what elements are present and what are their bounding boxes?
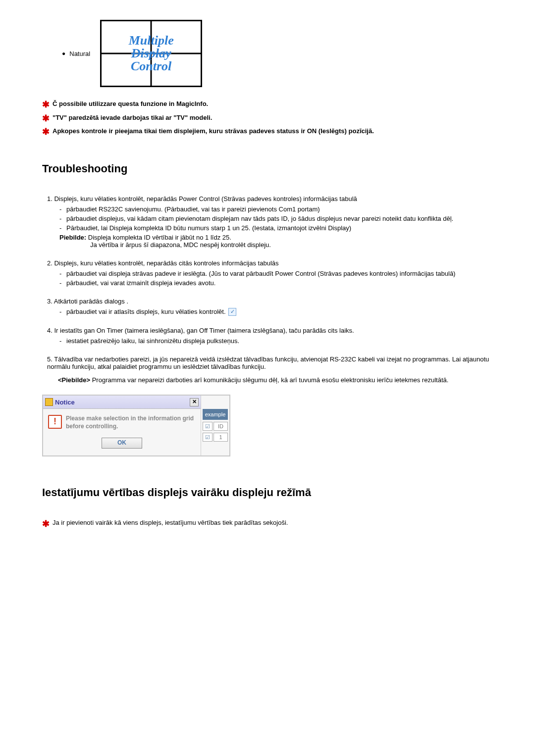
settings-heading: Iestatījumu vērtības displejs vairāku di… [42, 486, 493, 499]
star-icon: ✱ [42, 113, 50, 124]
ts-sub-text: pārbaudiet, vai varat izmainīt displeja … [66, 279, 215, 287]
ts-item-2: 2. Displejs, kuru vēlaties kontrolēt, ne… [47, 259, 493, 287]
piebilde-label: Piebilde: [59, 234, 86, 241]
id-value: 1 [214, 433, 228, 442]
ts-sub-text: Pārbaudiet, lai Displeja komplekta ID bū… [66, 224, 351, 232]
troubleshooting-heading: Troubleshooting [42, 162, 493, 175]
ts-number: 2. [47, 259, 53, 267]
warning-icon: ! [48, 415, 62, 429]
ts-main-text: Ir iestatīts gan On Timer (taimera ieslē… [54, 327, 354, 334]
checkbox-header-icon: ☑ [203, 422, 213, 431]
notice-message: Please make selection in the information… [66, 415, 196, 430]
ts-item-3: 3. Atkārtoti parādās dialogs . - pārbaud… [47, 298, 493, 316]
ts-number: 3. [47, 298, 53, 305]
note-text: Apkopes kontrole ir pieejama tikai tiem … [53, 127, 374, 138]
ts-number: 5. [47, 355, 53, 363]
ts-number: 1. [47, 195, 53, 202]
piebilde-label: <Piebilde> [58, 376, 90, 384]
star-icon: ✱ [42, 127, 50, 138]
mdc-logo-text: Multiple Display Control [129, 34, 174, 73]
id-header: ID [214, 422, 228, 431]
ts-sub-text: iestatiet pašreizējo laiku, lai sinhroni… [66, 337, 239, 345]
ts-sub-text: pārbaudiet vai displeja strāvas padeve i… [66, 270, 455, 277]
piebilde-text: Ja vērtība ir ārpus šī diapazona, MDC ne… [90, 241, 493, 249]
ts-sub-text: pārbaudiet vai ir atlasīts displejs, kur… [66, 308, 226, 315]
note-item: ✱ "TV" paredzētā ievade darbojas tikai a… [42, 113, 493, 124]
star-icon: ✱ [42, 519, 50, 530]
ts-main-text: Tālvadība var nedarboties pareizi, ja jū… [47, 355, 489, 370]
notice-titlebar: Notice ✕ [43, 396, 201, 409]
natural-label: Natural [69, 50, 90, 57]
note-text: Č possibile utilizzare questa funzione i… [53, 100, 208, 110]
ts-number: 4. [47, 327, 53, 334]
piebilde-block: Piebilde: Displeja komplekta ID vērtībai… [59, 234, 493, 249]
ok-button[interactable]: OK [102, 438, 142, 449]
ts-main-text: Atkārtoti parādās dialogs . [54, 298, 128, 305]
notice-dialog: Notice ✕ ! Please make selection in the … [42, 395, 230, 456]
note-item: ✱ Apkopes kontrole ir pieejama tikai tie… [42, 127, 493, 138]
notice-example-panel: example ☑ ID ☑ 1 [201, 396, 229, 455]
notice-app-icon [45, 398, 53, 406]
natural-mode-row: ● Natural Multiple Display Control [62, 20, 493, 87]
ts-item-5: 5. Tālvadība var nedarboties pareizi, ja… [47, 355, 493, 384]
piebilde-text: Programma var nepareizi darboties arī ko… [92, 376, 449, 384]
ts-item-4: 4. Ir iestatīts gan On Timer (taimera ie… [47, 327, 493, 345]
close-icon[interactable]: ✕ [190, 398, 199, 406]
piebilde-text: Displeja komplekta ID vērtībai ir jābūt … [88, 234, 231, 241]
note-item: ✱ Č possibile utilizzare questa funzione… [42, 100, 493, 110]
bullet-icon: ● [62, 50, 65, 57]
notice-title: Notice [55, 399, 190, 406]
note-text: "TV" paredzētā ievade darbojas tikai ar … [53, 113, 212, 124]
mdc-logo: Multiple Display Control [100, 20, 202, 87]
star-icon: ✱ [42, 100, 50, 110]
settings-note: ✱ Ja ir pievienoti vairāk kā viens displ… [42, 519, 493, 530]
checkbox-icon[interactable]: ☑ [203, 433, 213, 442]
ts-main-text: Displejs, kuru vēlaties kontrolēt, nepar… [54, 259, 278, 267]
ts-item-1: 1. Displejs, kuru vēlaties kontrolēt, ne… [47, 195, 493, 249]
settings-note-text: Ja ir pievienoti vairāk kā viens displej… [53, 519, 288, 530]
ts-sub-text: pārbaudiet displejus, vai kādam citam pi… [66, 215, 453, 222]
ts-sub-text: pārbaudiet RS232C savienojumu. (Pārbaudi… [66, 205, 320, 213]
troubleshooting-list: 1. Displejs, kuru vēlaties kontrolēt, ne… [47, 195, 493, 384]
checkbox-icon: ✓ [228, 308, 236, 316]
example-label: example [203, 409, 228, 420]
ts-main-text: Displejs, kuru vēlaties kontrolēt, nepar… [54, 195, 357, 202]
feature-notes: ✱ Č possibile utilizzare questa funzione… [42, 100, 493, 138]
